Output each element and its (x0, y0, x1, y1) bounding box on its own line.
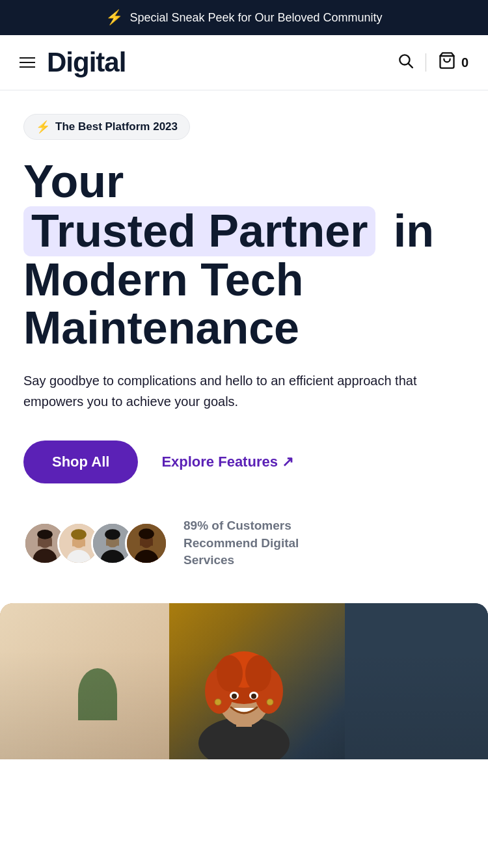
svg-point-34 (232, 694, 237, 699)
site-logo[interactable]: Digital (47, 47, 126, 78)
badge-text: The Best Platform 2023 (55, 120, 178, 133)
svg-point-31 (245, 655, 271, 692)
svg-point-12 (71, 529, 87, 539)
hamburger-line-2 (20, 62, 35, 63)
social-proof: 89% of Customers Recommend Digital Servi… (23, 517, 465, 569)
avatar (125, 522, 168, 565)
header-right: 0 (397, 51, 468, 74)
hamburger-line-1 (20, 57, 35, 59)
search-button[interactable] (397, 52, 414, 73)
svg-rect-6 (38, 540, 52, 546)
svg-point-7 (37, 530, 53, 539)
cta-row: Shop All Explore Features ↗ (23, 441, 465, 483)
heading-highlight: Trusted Partner (23, 206, 375, 257)
cart-count: 0 (461, 55, 468, 70)
platform-badge: ⚡ The Best Platform 2023 (23, 114, 190, 140)
social-proof-text: 89% of Customers Recommend Digital Servi… (183, 517, 327, 569)
hero-heading: Your Trusted Partner in Modern Tech Main… (23, 158, 465, 352)
heading-line4: Maintenance (23, 303, 299, 353)
svg-rect-11 (72, 540, 85, 546)
top-banner: ⚡ Special Sneak Peek for Our Beloved Com… (0, 0, 488, 35)
svg-point-30 (217, 655, 243, 692)
svg-rect-21 (140, 539, 153, 545)
hero-subtext: Say goodbye to complications and hello t… (23, 370, 453, 412)
banner-bolt-icon: ⚡ (105, 9, 123, 26)
cart-icon (438, 51, 456, 74)
svg-line-1 (409, 64, 413, 68)
svg-point-17 (105, 529, 120, 539)
avatar-group (23, 522, 168, 565)
shop-all-button[interactable]: Shop All (23, 441, 138, 483)
hero-person (179, 616, 309, 759)
svg-point-35 (251, 694, 256, 699)
hero-image (0, 603, 488, 759)
banner-text: Special Sneak Peek for Our Beloved Commu… (129, 11, 382, 25)
hamburger-line-3 (20, 66, 35, 68)
heading-line1: Your (23, 156, 124, 207)
svg-point-36 (215, 699, 221, 705)
cart-button[interactable]: 0 (438, 51, 468, 74)
header: Digital 0 (0, 35, 488, 90)
svg-rect-16 (106, 539, 119, 545)
main-content: ⚡ The Best Platform 2023 Your Trusted Pa… (0, 90, 488, 569)
svg-point-37 (267, 699, 273, 705)
explore-features-button[interactable]: Explore Features ↗ (161, 454, 293, 470)
header-left: Digital (20, 47, 126, 78)
hamburger-menu[interactable] (20, 57, 35, 68)
badge-bolt-icon: ⚡ (36, 120, 50, 134)
svg-point-22 (139, 528, 154, 539)
heading-line3: Modern Tech (23, 254, 303, 305)
header-divider (426, 53, 426, 72)
